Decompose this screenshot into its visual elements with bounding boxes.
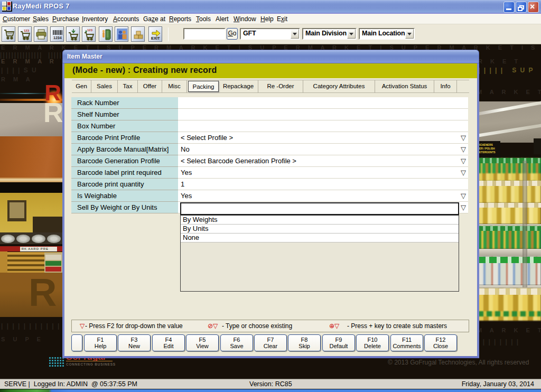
svg-text:EXIT: EXIT <box>151 36 160 41</box>
svg-text:1234: 1234 <box>53 36 62 40</box>
svg-text:123: 123 <box>87 29 93 32</box>
svg-text:123: 123 <box>24 29 30 32</box>
